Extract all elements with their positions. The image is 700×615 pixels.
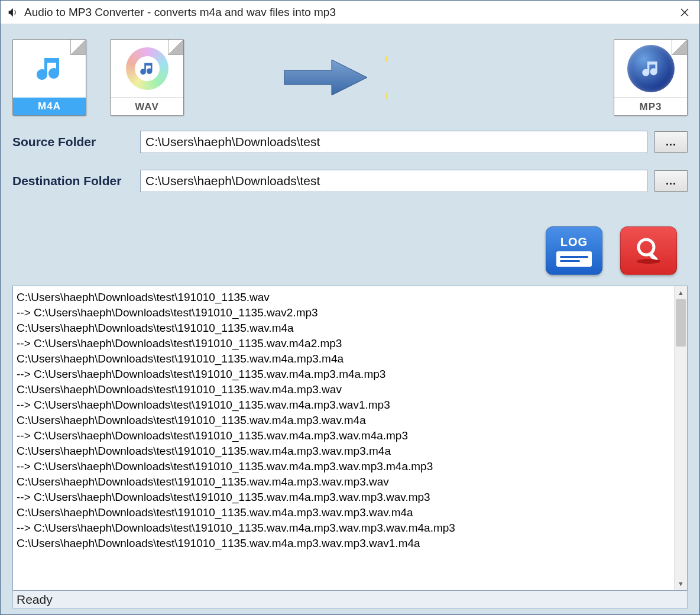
m4a-file-icon: M4A: [12, 39, 86, 116]
log-line: C:\Users\haeph\Downloads\test\191010_113…: [17, 351, 670, 367]
search-button[interactable]: [620, 226, 677, 275]
magnifier-icon: [632, 234, 665, 267]
log-line: --> C:\Users\haeph\Downloads\test\191010…: [17, 305, 670, 321]
title-bar: Audio to MP3 Converter - converts m4a an…: [1, 1, 699, 24]
log-lines-icon: [556, 251, 592, 267]
wav-badge: WAV: [111, 98, 183, 115]
destination-folder-label: Destination Folder: [12, 174, 133, 188]
destination-folder-row: Destination Folder ...: [12, 170, 688, 192]
log-button[interactable]: LOG: [546, 226, 602, 275]
log-line: --> C:\Users\haeph\Downloads\test\191010…: [17, 520, 670, 536]
log-line: C:\Users\haeph\Downloads\test\191010_113…: [17, 382, 670, 397]
log-content: C:\Users\haeph\Downloads\test\191010_113…: [13, 286, 674, 590]
window-title: Audio to MP3 Converter - converts m4a an…: [24, 6, 670, 19]
log-line: C:\Users\haeph\Downloads\test\191010_113…: [17, 505, 670, 520]
log-button-label: LOG: [560, 235, 588, 249]
scroll-up-icon[interactable]: ▲: [675, 286, 687, 299]
speaker-icon: [7, 7, 18, 18]
mp3-file-icon: MP3: [614, 39, 688, 116]
format-strip: M4A WAV: [12, 36, 688, 119]
source-folder-input[interactable]: [140, 131, 647, 153]
arrow-icon: [278, 54, 388, 101]
log-line: C:\Users\haeph\Downloads\test\191010_113…: [17, 474, 670, 490]
log-line: --> C:\Users\haeph\Downloads\test\191010…: [17, 397, 670, 413]
source-folder-label: Source Folder: [12, 135, 133, 149]
close-button[interactable]: [670, 1, 699, 24]
log-line: --> C:\Users\haeph\Downloads\test\191010…: [17, 428, 670, 444]
log-line: C:\Users\haeph\Downloads\test\191010_113…: [17, 413, 670, 428]
svg-point-2: [637, 259, 660, 264]
browse-source-button[interactable]: ...: [654, 131, 688, 153]
log-textbox[interactable]: C:\Users\haeph\Downloads\test\191010_113…: [12, 286, 688, 591]
app-window: Audio to MP3 Converter - converts m4a an…: [0, 0, 700, 615]
action-buttons: LOG: [12, 226, 677, 275]
log-line: C:\Users\haeph\Downloads\test\191010_113…: [17, 444, 670, 459]
m4a-badge: M4A: [13, 98, 86, 115]
log-scrollbar[interactable]: ▲ ▼: [674, 286, 687, 590]
log-area: C:\Users\haeph\Downloads\test\191010_113…: [12, 286, 688, 608]
scroll-down-icon[interactable]: ▼: [675, 577, 687, 590]
log-line: --> C:\Users\haeph\Downloads\test\191010…: [17, 459, 670, 474]
scroll-thumb[interactable]: [676, 299, 686, 347]
log-line: C:\Users\haeph\Downloads\test\191010_113…: [17, 290, 670, 305]
wav-file-icon: WAV: [110, 39, 184, 116]
destination-folder-input[interactable]: [140, 170, 647, 192]
mp3-badge: MP3: [614, 98, 687, 115]
source-folder-row: Source Folder ...: [12, 131, 688, 153]
log-line: C:\Users\haeph\Downloads\test\191010_113…: [17, 536, 670, 551]
log-line: C:\Users\haeph\Downloads\test\191010_113…: [17, 321, 670, 336]
status-bar: Ready: [12, 591, 688, 608]
svg-point-0: [639, 239, 654, 255]
log-line: --> C:\Users\haeph\Downloads\test\191010…: [17, 367, 670, 382]
client-area: M4A WAV: [1, 24, 699, 614]
browse-destination-button[interactable]: ...: [654, 170, 688, 192]
log-line: --> C:\Users\haeph\Downloads\test\191010…: [17, 490, 670, 505]
log-line: --> C:\Users\haeph\Downloads\test\191010…: [17, 336, 670, 351]
